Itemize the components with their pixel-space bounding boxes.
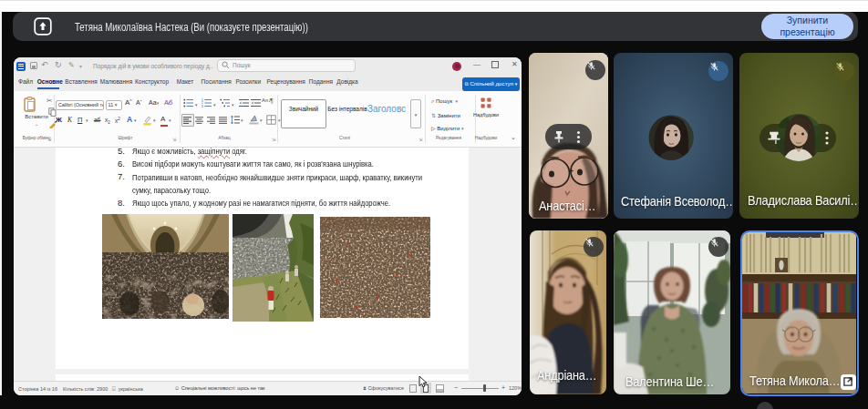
svg-text:3: 3 [202,105,203,107]
